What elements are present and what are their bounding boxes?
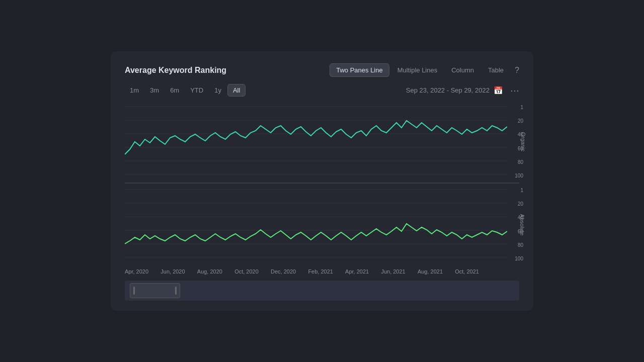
chart-svg-2 (125, 185, 507, 264)
time-btn-all[interactable]: All (227, 84, 246, 97)
help-icon[interactable]: ? (515, 66, 519, 75)
x-axis-labels: Apr, 2020 Jun, 2020 Aug, 2020 Oct, 2020 … (125, 264, 519, 275)
scrollbar-track[interactable] (125, 281, 519, 301)
main-card: Average Keyword Ranking Two Panes Line M… (111, 51, 533, 311)
view-tabs: Two Panes Line Multiple Lines Column Tab… (330, 63, 519, 77)
time-filters: 1m 3m 6m YTD 1y All (125, 84, 246, 97)
scrollbar-handle-right[interactable] (175, 287, 177, 295)
time-btn-1y[interactable]: 1y (209, 84, 226, 96)
card-header: Average Keyword Ranking Two Panes Line M… (125, 63, 519, 77)
charts-area: 1 20 40 60 80 100 Organic (125, 102, 519, 301)
tab-two-panes-line[interactable]: Two Panes Line (330, 63, 389, 77)
scrollbar-handle-left[interactable] (133, 287, 135, 295)
y-label-absolute: Absolute (520, 214, 526, 235)
chart-pane-1: 1 20 40 60 80 100 Organic (125, 102, 519, 182)
chart-divider (125, 183, 519, 184)
chart-pane-2: 1 20 40 60 80 100 Absolute (125, 185, 519, 264)
tab-table[interactable]: Table (482, 64, 510, 76)
controls-bar: 1m 3m 6m YTD 1y All Sep 23, 2022 - Sep 2… (125, 84, 519, 97)
calendar-icon[interactable]: 📅 (494, 86, 503, 95)
more-options-icon[interactable]: ⋯ (510, 85, 519, 96)
card-title: Average Keyword Ranking (125, 66, 226, 75)
time-btn-3m[interactable]: 3m (145, 84, 164, 96)
time-btn-1m[interactable]: 1m (125, 84, 144, 96)
date-range-text: Sep 23, 2022 - Sep 29, 2022 (406, 86, 490, 94)
chart-svg-1 (125, 102, 507, 182)
y-label-organic: Organic (521, 132, 527, 151)
tab-column[interactable]: Column (445, 64, 480, 76)
time-btn-6m[interactable]: 6m (165, 84, 184, 96)
date-range: Sep 23, 2022 - Sep 29, 2022 📅 ⋯ (406, 85, 519, 96)
time-btn-ytd[interactable]: YTD (185, 84, 208, 96)
tab-multiple-lines[interactable]: Multiple Lines (391, 64, 444, 76)
scrollbar-thumb[interactable] (130, 283, 180, 298)
